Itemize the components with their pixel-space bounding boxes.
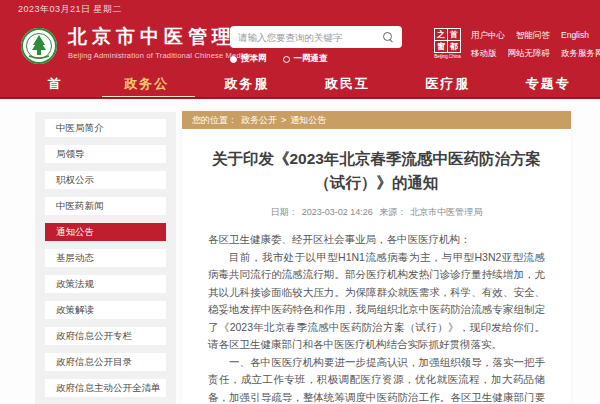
sidebar: 中医局简介 局领导 职权公示 中医药新闻 通知公告 基层动态 政策法规 政策解读…: [35, 112, 176, 404]
nav-item-home[interactable]: 首页: [22, 72, 98, 97]
sidebar-item-policy-interpretation[interactable]: 政策解读: [45, 301, 166, 319]
capital-window-logo[interactable]: 之 首 窗 都 Beijing.China: [434, 28, 461, 58]
article-paragraph: 一、各中医医疗机构要进一步提高认识，加强组织领导，落实一把手责任，成立工作专班，…: [208, 354, 545, 404]
article-date-label: 日期：: [271, 207, 298, 217]
radio-search-site-label: 搜本网: [241, 53, 267, 65]
breadcrumb-separator: >: [281, 115, 286, 125]
sidebar-item-tcm-news[interactable]: 中医药新闻: [45, 197, 166, 215]
nav-item-gov-services[interactable]: 政务服务: [199, 72, 299, 97]
sidebar-item-duties[interactable]: 职权公示: [45, 171, 166, 189]
agency-logo: [20, 27, 58, 65]
search-input[interactable]: [238, 32, 383, 43]
nav-item-gov-disclosure[interactable]: 政务公开: [98, 72, 198, 97]
content-panel: 您的位置： 政务公开 > 通知公告 关于印发《2023年北京春季流感中医药防治方…: [182, 111, 571, 404]
article-source-label: 来源：: [379, 207, 406, 217]
capital-logo-char: 首: [448, 29, 460, 40]
sidebar-item-leaders[interactable]: 局领导: [45, 145, 166, 163]
header-main: 北京市中医管理局 Beijing Administration of Tradi…: [0, 18, 600, 72]
sidebar-item-policies[interactable]: 政策法规: [45, 275, 166, 293]
breadcrumb-link-notices[interactable]: 通知公告: [290, 114, 326, 127]
utility-links: 用户中心 智能问答 English 移动版 网站无障碍 政务服务网: [471, 28, 600, 60]
radio-search-site[interactable]: 搜本网: [230, 53, 267, 65]
article-source: 北京市中医管理局: [410, 207, 482, 217]
radio-selected-icon: [230, 56, 237, 63]
site-header: 2023年03月21日 星期二 北京市中医管理局 Beijing Adminis…: [0, 0, 600, 99]
article-title: 关于印发《2023年北京春季流感中医药防治方案（试行）》的通知: [208, 147, 545, 195]
article-meta: 日期：2023-03-02 14:26 来源：北京市中医管理局: [208, 206, 545, 219]
capital-logo-char: 都: [448, 41, 460, 52]
header-right: 之 首 窗 都 Beijing.China 用户中心 智能问答 English …: [434, 28, 600, 60]
nav-item-special-topics[interactable]: 专题专栏: [500, 72, 600, 97]
link-accessibility[interactable]: 网站无障碍: [508, 48, 551, 60]
article-date: 2023-03-02 14:26: [302, 207, 373, 217]
breadcrumb-prefix: 您的位置：: [192, 114, 237, 127]
link-mobile[interactable]: 移动版: [471, 48, 497, 60]
main-nav: 首页 政务公开 政务服务 政民互动 医疗服务 专题专栏: [0, 72, 600, 97]
sidebar-item-info-disclosure-list[interactable]: 政府信息主动公开全清单: [45, 379, 166, 397]
link-user-center[interactable]: 用户中心: [471, 30, 505, 42]
sidebar-item-info-disclosure-column[interactable]: 政府信息公开专栏: [45, 327, 166, 345]
capital-logo-char: 之: [435, 29, 447, 40]
sidebar-item-grassroots[interactable]: 基层动态: [45, 249, 166, 267]
sidebar-item-notices[interactable]: 通知公告: [45, 223, 166, 241]
sidebar-item-info-disclosure-catalog[interactable]: 政府信息公开目录: [45, 353, 166, 371]
link-english[interactable]: English: [561, 30, 589, 42]
search-area: 搜本网 一网通查: [230, 26, 402, 65]
article-paragraph: 各区卫生健康委、经开区社会事业局，各中医医疗机构：: [208, 231, 545, 249]
article: 关于印发《2023年北京春季流感中医药防治方案（试行）》的通知 日期：2023-…: [182, 129, 571, 404]
link-gov-service[interactable]: 政务服务网: [561, 48, 600, 60]
capital-window-grid: 之 首 窗 都: [434, 28, 461, 53]
nav-item-public-interaction[interactable]: 政民互动: [299, 72, 399, 97]
link-smart-qa[interactable]: 智能问答: [516, 30, 550, 42]
capital-logo-char: 窗: [435, 41, 447, 52]
article-body: 各区卫生健康委、经开区社会事业局，各中医医疗机构： 目前，我市处于以甲型H1N1…: [208, 231, 545, 404]
top-utility-bar: 2023年03月21日 星期二: [0, 0, 600, 18]
breadcrumb: 您的位置： 政务公开 > 通知公告: [182, 111, 571, 129]
search-scope-options: 搜本网 一网通查: [230, 53, 402, 65]
radio-search-all[interactable]: 一网通查: [283, 53, 328, 65]
radio-unselected-icon: [283, 56, 290, 63]
capital-logo-caption: Beijing.China: [434, 54, 461, 59]
article-paragraph: 目前，我市处于以甲型H1N1流感病毒为主，与甲型H3N2亚型流感病毒共同流行的流…: [208, 249, 545, 354]
current-date: 2023年03月21日 星期二: [18, 3, 122, 16]
radio-search-all-label: 一网通查: [294, 53, 328, 65]
breadcrumb-link-gov-disclosure[interactable]: 政务公开: [241, 114, 277, 127]
main-area: 中医局简介 局领导 职权公示 中医药新闻 通知公告 基层动态 政策法规 政策解读…: [0, 99, 600, 404]
search-icon[interactable]: [383, 32, 394, 43]
sidebar-item-intro[interactable]: 中医局简介: [45, 119, 166, 137]
nav-item-medical-services[interactable]: 医疗服务: [399, 72, 499, 97]
search-box: [230, 26, 402, 48]
